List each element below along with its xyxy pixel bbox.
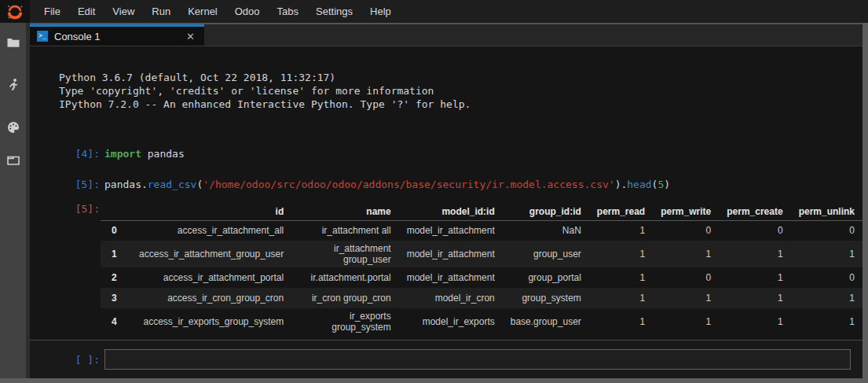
table-cell: ir_exports group_system — [291, 308, 398, 335]
table-cell: 1 — [589, 241, 653, 267]
row-index: 1 — [101, 241, 128, 267]
menubar: FileEditViewRunKernelOdooTabsSettingsHel… — [0, 0, 868, 23]
table-cell: model_ir_exports — [399, 308, 503, 335]
table-cell: group_system — [503, 288, 589, 308]
table-cell: 1 — [791, 308, 863, 335]
table-cell: 1 — [653, 288, 719, 308]
running-sessions-icon[interactable] — [6, 78, 20, 92]
menu-item-file[interactable]: File — [35, 0, 69, 23]
console-panel: Python 3.6.7 (default, Oct 22 2018, 11:3… — [30, 46, 863, 378]
console-icon: >_ — [37, 31, 48, 42]
table-row: 0access_ir_attachment_allir_attachment a… — [101, 220, 863, 241]
dataframe-table: idnamemodel_id:idgroup_id:idperm_readper… — [101, 203, 863, 335]
table-cell: ir_attachment group_user — [291, 241, 398, 267]
row-index: 2 — [101, 267, 128, 288]
table-row: 1access_ir_attachment_group_userir_attac… — [101, 241, 863, 267]
menu-item-kernel[interactable]: Kernel — [179, 0, 226, 23]
table-cell: 1 — [589, 288, 653, 308]
table-row: 4access_ir_exports_group_systemir_export… — [101, 308, 863, 335]
table-cell: group_user — [503, 241, 589, 267]
file-browser-icon[interactable] — [6, 35, 20, 50]
table-cell: 1 — [791, 241, 863, 267]
column-header: group_id:id — [503, 203, 589, 220]
table-cell: model_ir_attachment — [399, 220, 503, 241]
table-cell: base.group_user — [503, 308, 589, 335]
odoo-sh-logo-icon — [6, 3, 24, 20]
tab-title: Console 1 — [54, 31, 101, 42]
table-cell: 1 — [719, 241, 790, 267]
table-cell: 1 — [719, 308, 790, 335]
odoo-sh-logo — [0, 0, 30, 23]
row-index: 3 — [101, 288, 128, 308]
table-row: 2access_ir_attachment_portalir.attachmen… — [101, 267, 863, 288]
table-cell: access_ir_attachment_group_user — [128, 241, 291, 267]
table-row: 3access_ir_cron_group_cronir_cron group_… — [101, 288, 863, 308]
dataframe-header-row: idnamemodel_id:idgroup_id:idperm_readper… — [101, 203, 863, 220]
table-cell: model_ir_attachment — [399, 241, 503, 267]
table-cell: 1 — [791, 288, 863, 308]
table-cell: ir_cron group_cron — [291, 288, 398, 308]
table-cell: 0 — [791, 267, 863, 288]
horizontal-scrollbar-track[interactable] — [0, 378, 868, 383]
kernel-banner: Python 3.6.7 (default, Oct 22 2018, 11:3… — [59, 71, 863, 111]
left-sidebar — [0, 23, 26, 378]
column-header: perm_unlink — [791, 203, 863, 220]
console-input-cell: [ ]: — [30, 340, 863, 378]
output-cell-5: [5]: idnamemodel_id:idgroup_id:idperm_re… — [30, 203, 863, 335]
table-cell: model_ir_attachment — [399, 267, 503, 288]
code-cell-4[interactable]: [4]: import pandas — [30, 147, 863, 160]
row-index: 4 — [101, 308, 128, 335]
code-line-5: pandas.read_csv('/home/odoo/src/odoo/odo… — [104, 178, 670, 191]
vertical-scrollbar-track[interactable] — [863, 23, 868, 378]
menu-item-help[interactable]: Help — [361, 0, 400, 23]
column-header: name — [291, 203, 398, 220]
table-cell: 0 — [653, 220, 719, 241]
table-cell: access_ir_attachment_portal — [128, 267, 291, 288]
output-prompt-5: [5]: — [30, 203, 100, 215]
table-cell: 0 — [719, 220, 790, 241]
table-cell: 1 — [589, 267, 653, 288]
table-cell: access_ir_cron_group_cron — [128, 288, 291, 308]
input-prompt-4: [4]: — [30, 147, 100, 160]
menu-item-edit[interactable]: Edit — [69, 0, 104, 23]
table-cell: 1 — [719, 288, 790, 308]
table-cell: access_ir_attachment_all — [128, 220, 291, 241]
code-line-4: import pandas — [104, 147, 185, 160]
column-header — [101, 203, 128, 220]
menu-item-tabs[interactable]: Tabs — [269, 0, 307, 23]
table-cell: model_ir_cron — [399, 288, 503, 308]
menu-item-run[interactable]: Run — [143, 0, 179, 23]
table-cell: 1 — [653, 241, 719, 267]
column-header: perm_write — [653, 203, 719, 220]
table-cell: ir.attachment.portal — [291, 267, 398, 288]
menu-item-odoo[interactable]: Odoo — [226, 0, 269, 23]
table-cell: group_portal — [503, 267, 589, 288]
table-cell: 1 — [719, 267, 790, 288]
table-cell: 0 — [653, 267, 719, 288]
table-cell: 1 — [653, 308, 719, 335]
tab-console-1[interactable]: >_ Console 1 ✕ — [30, 24, 204, 46]
table-cell: 0 — [791, 220, 863, 241]
open-tabs-icon[interactable] — [6, 153, 20, 168]
command-palette-icon[interactable] — [6, 120, 20, 134]
table-cell: ir_attachment all — [291, 220, 398, 241]
input-prompt-5: [5]: — [30, 178, 100, 191]
row-index: 0 — [101, 220, 128, 241]
table-cell: NaN — [503, 220, 589, 241]
tab-bar: >_ Console 1 ✕ — [30, 23, 863, 46]
code-cell-5[interactable]: [5]: pandas.read_csv('/home/odoo/src/odo… — [30, 178, 863, 191]
menu-item-settings[interactable]: Settings — [307, 0, 361, 23]
menu-items: FileEditViewRunKernelOdooTabsSettingsHel… — [30, 0, 400, 23]
menu-item-view[interactable]: View — [104, 0, 143, 23]
column-header: id — [128, 203, 291, 220]
column-header: perm_create — [719, 203, 790, 220]
empty-input-prompt: [ ]: — [30, 354, 100, 366]
column-header: perm_read — [589, 203, 653, 220]
column-header: model_id:id — [399, 203, 503, 220]
tab-close-icon[interactable]: ✕ — [184, 31, 197, 42]
table-cell: 1 — [589, 220, 653, 241]
dataframe-body: 0access_ir_attachment_allir_attachment a… — [101, 220, 863, 335]
console-code-input[interactable] — [104, 349, 851, 370]
table-cell: 1 — [589, 308, 653, 335]
table-cell: access_ir_exports_group_system — [128, 308, 291, 335]
